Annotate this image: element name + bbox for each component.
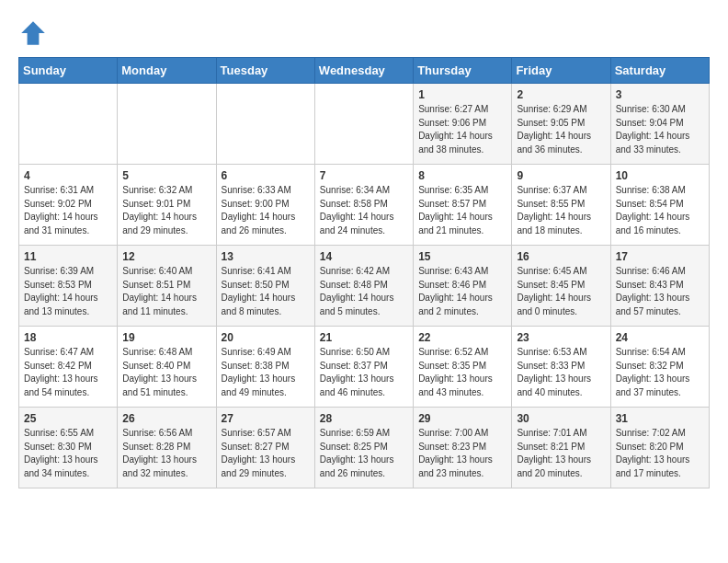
- calendar-cell: [19, 84, 118, 165]
- day-info: Sunrise: 7:00 AM Sunset: 8:23 PM Dayligh…: [418, 427, 506, 480]
- day-number: 2: [517, 88, 605, 101]
- calendar-cell: 31Sunrise: 7:02 AM Sunset: 8:20 PM Dayli…: [610, 408, 709, 488]
- calendar-cell: 15Sunrise: 6:43 AM Sunset: 8:46 PM Dayli…: [414, 246, 512, 327]
- calendar-cell: 18Sunrise: 6:47 AM Sunset: 8:42 PM Dayli…: [19, 327, 118, 408]
- day-number: 1: [418, 88, 506, 101]
- day-info: Sunrise: 6:29 AM Sunset: 9:05 PM Dayligh…: [517, 103, 605, 156]
- day-number: 10: [616, 169, 704, 182]
- day-number: 3: [616, 88, 704, 101]
- calendar-cell: 28Sunrise: 6:59 AM Sunset: 8:25 PM Dayli…: [314, 408, 413, 488]
- day-header-tuesday: Tuesday: [216, 58, 314, 84]
- day-info: Sunrise: 6:38 AM Sunset: 8:54 PM Dayligh…: [616, 184, 704, 237]
- day-info: Sunrise: 6:56 AM Sunset: 8:28 PM Dayligh…: [122, 427, 210, 480]
- day-info: Sunrise: 7:02 AM Sunset: 8:20 PM Dayligh…: [616, 427, 704, 480]
- calendar-cell: 9Sunrise: 6:37 AM Sunset: 8:55 PM Daylig…: [512, 165, 610, 246]
- day-header-thursday: Thursday: [414, 58, 512, 84]
- day-number: 13: [222, 250, 310, 263]
- day-number: 8: [418, 169, 506, 182]
- day-header-wednesday: Wednesday: [314, 58, 413, 84]
- logo-icon: [18, 18, 48, 48]
- day-number: 22: [418, 331, 506, 344]
- day-info: Sunrise: 6:37 AM Sunset: 8:55 PM Dayligh…: [517, 184, 605, 237]
- calendar-week-3: 11Sunrise: 6:39 AM Sunset: 8:53 PM Dayli…: [19, 246, 710, 327]
- calendar-cell: 29Sunrise: 7:00 AM Sunset: 8:23 PM Dayli…: [414, 408, 512, 488]
- calendar-cell: [314, 84, 413, 165]
- calendar-week-4: 18Sunrise: 6:47 AM Sunset: 8:42 PM Dayli…: [19, 327, 710, 408]
- day-info: Sunrise: 6:43 AM Sunset: 8:46 PM Dayligh…: [418, 265, 506, 318]
- day-header-monday: Monday: [118, 58, 216, 84]
- day-number: 23: [517, 331, 605, 344]
- day-number: 11: [24, 250, 112, 263]
- day-number: 9: [517, 169, 605, 182]
- calendar-cell: 14Sunrise: 6:42 AM Sunset: 8:48 PM Dayli…: [314, 246, 413, 327]
- day-number: 21: [320, 331, 408, 344]
- day-number: 18: [24, 331, 112, 344]
- day-number: 30: [517, 412, 605, 425]
- day-number: 17: [616, 250, 704, 263]
- day-number: 5: [122, 169, 210, 182]
- calendar-cell: 19Sunrise: 6:48 AM Sunset: 8:40 PM Dayli…: [118, 327, 216, 408]
- calendar-cell: 8Sunrise: 6:35 AM Sunset: 8:57 PM Daylig…: [414, 165, 512, 246]
- day-number: 31: [616, 412, 704, 425]
- day-info: Sunrise: 6:52 AM Sunset: 8:35 PM Dayligh…: [418, 346, 506, 399]
- calendar-cell: 17Sunrise: 6:46 AM Sunset: 8:43 PM Dayli…: [610, 246, 709, 327]
- calendar-cell: 6Sunrise: 6:33 AM Sunset: 9:00 PM Daylig…: [216, 165, 314, 246]
- calendar-cell: 30Sunrise: 7:01 AM Sunset: 8:21 PM Dayli…: [512, 408, 610, 488]
- day-info: Sunrise: 6:50 AM Sunset: 8:37 PM Dayligh…: [320, 346, 408, 399]
- day-info: Sunrise: 6:55 AM Sunset: 8:30 PM Dayligh…: [24, 427, 112, 480]
- calendar-cell: 3Sunrise: 6:30 AM Sunset: 9:04 PM Daylig…: [610, 84, 709, 165]
- calendar-cell: 25Sunrise: 6:55 AM Sunset: 8:30 PM Dayli…: [19, 408, 118, 488]
- day-number: 14: [320, 250, 408, 263]
- calendar-cell: 12Sunrise: 6:40 AM Sunset: 8:51 PM Dayli…: [118, 246, 216, 327]
- day-number: 24: [616, 331, 704, 344]
- day-number: 7: [320, 169, 408, 182]
- day-info: Sunrise: 6:45 AM Sunset: 8:45 PM Dayligh…: [517, 265, 605, 318]
- day-info: Sunrise: 6:53 AM Sunset: 8:33 PM Dayligh…: [517, 346, 605, 399]
- calendar-cell: 1Sunrise: 6:27 AM Sunset: 9:06 PM Daylig…: [414, 84, 512, 165]
- day-info: Sunrise: 6:48 AM Sunset: 8:40 PM Dayligh…: [122, 346, 210, 399]
- calendar-cell: 2Sunrise: 6:29 AM Sunset: 9:05 PM Daylig…: [512, 84, 610, 165]
- day-info: Sunrise: 6:40 AM Sunset: 8:51 PM Dayligh…: [122, 265, 210, 318]
- day-info: Sunrise: 6:42 AM Sunset: 8:48 PM Dayligh…: [320, 265, 408, 318]
- day-info: Sunrise: 6:34 AM Sunset: 8:58 PM Dayligh…: [320, 184, 408, 237]
- calendar-cell: [216, 84, 314, 165]
- day-number: 15: [418, 250, 506, 263]
- day-number: 4: [24, 169, 112, 182]
- day-number: 20: [222, 331, 310, 344]
- day-number: 6: [222, 169, 310, 182]
- day-info: Sunrise: 6:49 AM Sunset: 8:38 PM Dayligh…: [222, 346, 310, 399]
- day-info: Sunrise: 6:59 AM Sunset: 8:25 PM Dayligh…: [320, 427, 408, 480]
- day-info: Sunrise: 6:39 AM Sunset: 8:53 PM Dayligh…: [24, 265, 112, 318]
- page-header: [18, 18, 710, 48]
- day-number: 25: [24, 412, 112, 425]
- day-info: Sunrise: 6:57 AM Sunset: 8:27 PM Dayligh…: [222, 427, 310, 480]
- day-number: 28: [320, 412, 408, 425]
- day-number: 16: [517, 250, 605, 263]
- day-info: Sunrise: 6:41 AM Sunset: 8:50 PM Dayligh…: [222, 265, 310, 318]
- calendar-cell: 24Sunrise: 6:54 AM Sunset: 8:32 PM Dayli…: [610, 327, 709, 408]
- calendar-cell: 13Sunrise: 6:41 AM Sunset: 8:50 PM Dayli…: [216, 246, 314, 327]
- calendar-cell: 4Sunrise: 6:31 AM Sunset: 9:02 PM Daylig…: [19, 165, 118, 246]
- day-info: Sunrise: 7:01 AM Sunset: 8:21 PM Dayligh…: [517, 427, 605, 480]
- day-info: Sunrise: 6:32 AM Sunset: 9:01 PM Dayligh…: [122, 184, 210, 237]
- day-info: Sunrise: 6:27 AM Sunset: 9:06 PM Dayligh…: [418, 103, 506, 156]
- calendar-cell: 16Sunrise: 6:45 AM Sunset: 8:45 PM Dayli…: [512, 246, 610, 327]
- calendar-week-2: 4Sunrise: 6:31 AM Sunset: 9:02 PM Daylig…: [19, 165, 710, 246]
- day-header-sunday: Sunday: [19, 58, 118, 84]
- calendar-cell: 5Sunrise: 6:32 AM Sunset: 9:01 PM Daylig…: [118, 165, 216, 246]
- day-info: Sunrise: 6:47 AM Sunset: 8:42 PM Dayligh…: [24, 346, 112, 399]
- calendar-cell: 11Sunrise: 6:39 AM Sunset: 8:53 PM Dayli…: [19, 246, 118, 327]
- day-info: Sunrise: 6:30 AM Sunset: 9:04 PM Dayligh…: [616, 103, 704, 156]
- calendar-cell: 7Sunrise: 6:34 AM Sunset: 8:58 PM Daylig…: [314, 165, 413, 246]
- calendar-cell: 10Sunrise: 6:38 AM Sunset: 8:54 PM Dayli…: [610, 165, 709, 246]
- calendar-cell: [118, 84, 216, 165]
- day-header-friday: Friday: [512, 58, 610, 84]
- day-number: 29: [418, 412, 506, 425]
- day-info: Sunrise: 6:35 AM Sunset: 8:57 PM Dayligh…: [418, 184, 506, 237]
- logo: [18, 18, 51, 48]
- calendar-week-1: 1Sunrise: 6:27 AM Sunset: 9:06 PM Daylig…: [19, 84, 710, 165]
- day-header-saturday: Saturday: [610, 58, 709, 84]
- calendar-cell: 22Sunrise: 6:52 AM Sunset: 8:35 PM Dayli…: [414, 327, 512, 408]
- day-info: Sunrise: 6:31 AM Sunset: 9:02 PM Dayligh…: [24, 184, 112, 237]
- svg-marker-0: [21, 21, 45, 45]
